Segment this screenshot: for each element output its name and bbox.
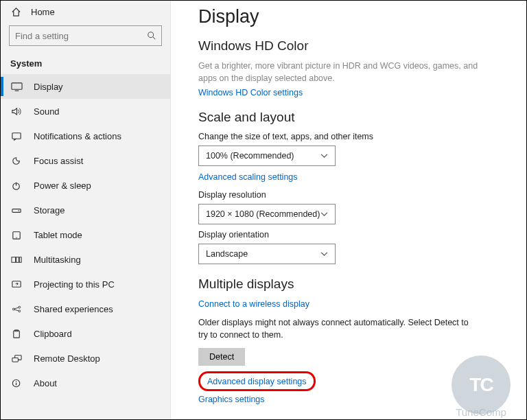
sidebar-item-label: Focus assist (34, 156, 83, 166)
link-advanced-scaling[interactable]: Advanced scaling settings (198, 172, 298, 182)
sidebar-item-power[interactable]: Power & sleep (1, 173, 170, 198)
sidebar-item-label: Notifications & actions (34, 131, 121, 141)
svg-rect-4 (12, 132, 20, 139)
link-connect-wireless[interactable]: Connect to a wireless display (198, 299, 309, 309)
remote-desktop-icon (10, 352, 23, 364)
sidebar-item-focus-assist[interactable]: Focus assist (1, 148, 170, 173)
combo-orientation-value: Landscape (206, 249, 248, 259)
main-content: Display Windows HD Color Get a brighter,… (179, 1, 526, 419)
nav-home-label: Home (31, 7, 55, 17)
combo-resolution-value: 1920 × 1080 (Recommended) (206, 209, 320, 219)
label-text-size: Change the size of text, apps, and other… (198, 132, 514, 141)
chevron-down-icon (320, 154, 328, 159)
label-resolution: Display resolution (198, 190, 514, 200)
svg-point-25 (15, 381, 16, 382)
link-graphics-settings[interactable]: Graphics settings (198, 395, 265, 404)
sidebar-item-about[interactable]: About (1, 371, 170, 395)
multitasking-icon (10, 253, 23, 266)
combo-text-size[interactable]: 100% (Recommended) (198, 145, 336, 166)
display-icon (10, 80, 23, 93)
chevron-down-icon (320, 212, 328, 217)
hd-description: Get a brighter, more vibrant picture in … (198, 60, 480, 84)
sidebar-item-label: Projecting to this PC (34, 279, 115, 290)
svg-point-16 (18, 306, 20, 308)
sidebar-item-label: Clipboard (34, 329, 72, 339)
sidebar-item-sound[interactable]: Sound (1, 99, 170, 124)
search-icon (147, 31, 156, 40)
svg-line-18 (14, 307, 18, 309)
page-title: Display (198, 6, 514, 27)
sidebar-item-label: About (34, 378, 57, 388)
section-heading-multi: Multiple displays (198, 277, 514, 292)
svg-rect-20 (13, 330, 19, 337)
sidebar-item-label: Tablet mode (34, 230, 82, 240)
sidebar-item-tablet[interactable]: Tablet mode (1, 222, 170, 247)
svg-point-8 (18, 210, 19, 211)
section-multiple-displays: Multiple displays Connect to a wireless … (198, 277, 514, 404)
svg-point-17 (18, 310, 20, 312)
about-icon (10, 377, 23, 389)
svg-rect-2 (11, 82, 21, 89)
sidebar-item-notifications[interactable]: Notifications & actions (1, 124, 170, 148)
sidebar-item-projecting[interactable]: Projecting to this PC (1, 272, 170, 296)
svg-rect-23 (12, 358, 18, 362)
section-heading-hd: Windows HD Color (198, 38, 514, 54)
home-icon (10, 6, 21, 17)
sidebar: Home System Display Sound Notifications … (1, 1, 171, 420)
sidebar-item-multitasking[interactable]: Multitasking (1, 247, 170, 272)
combo-orientation[interactable]: Landscape (198, 244, 336, 264)
sidebar-item-label: Display (34, 82, 63, 92)
sidebar-item-clipboard[interactable]: Clipboard (1, 321, 170, 346)
svg-line-19 (14, 309, 18, 310)
focus-assist-icon (10, 154, 23, 167)
detect-button[interactable]: Detect (198, 348, 245, 366)
storage-icon (10, 204, 23, 216)
link-advanced-display[interactable]: Advanced display settings (207, 377, 307, 386)
sidebar-item-label: Remote Desktop (34, 353, 100, 364)
power-icon (10, 179, 23, 191)
svg-rect-12 (16, 257, 19, 262)
sidebar-item-remote[interactable]: Remote Desktop (1, 346, 170, 371)
shared-icon (10, 303, 23, 315)
combo-text-size-value: 100% (Recommended) (206, 151, 294, 161)
section-hd-color: Windows HD Color Get a brighter, more vi… (198, 38, 514, 97)
link-hd-color[interactable]: Windows HD Color settings (198, 88, 303, 97)
sidebar-item-shared[interactable]: Shared experiences (1, 296, 170, 321)
chevron-down-icon (320, 252, 328, 257)
sidebar-item-display[interactable]: Display (1, 74, 170, 99)
svg-point-10 (16, 237, 16, 237)
clipboard-icon (10, 327, 23, 340)
search-input[interactable] (9, 25, 162, 46)
svg-rect-7 (12, 209, 20, 212)
section-scale-layout: Scale and layout Change the size of text… (198, 110, 514, 264)
sidebar-item-label: Sound (34, 106, 60, 117)
sidebar-item-label: Multitasking (34, 255, 81, 265)
sidebar-item-label: Power & sleep (34, 180, 91, 191)
svg-point-15 (12, 308, 14, 310)
sound-icon (10, 105, 23, 117)
sidebar-category: System (1, 51, 170, 74)
search-container (9, 25, 162, 46)
svg-rect-11 (11, 257, 15, 262)
tablet-icon (10, 229, 23, 241)
combo-resolution[interactable]: 1920 × 1080 (Recommended) (198, 204, 336, 224)
section-heading-scale: Scale and layout (198, 110, 514, 125)
sidebar-item-label: Storage (34, 205, 65, 215)
annotation-highlight: Advanced display settings (198, 371, 316, 391)
svg-rect-13 (19, 257, 21, 262)
nav-home[interactable]: Home (1, 1, 170, 23)
projecting-icon (10, 278, 23, 290)
svg-line-1 (153, 37, 156, 40)
sidebar-item-label: Shared experiences (34, 304, 113, 314)
notifications-icon (10, 130, 23, 142)
older-displays-text: Older displays might not always connect … (198, 317, 480, 341)
sidebar-item-storage[interactable]: Storage (1, 198, 170, 222)
label-orientation: Display orientation (198, 230, 514, 240)
svg-point-0 (148, 32, 154, 38)
